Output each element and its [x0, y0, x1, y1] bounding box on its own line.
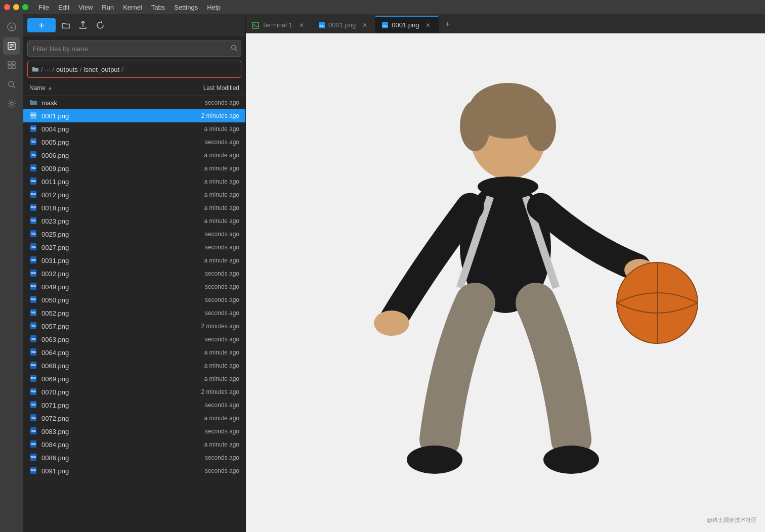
- activity-icon-search[interactable]: [3, 76, 20, 93]
- breadcrumb[interactable]: / ··· / outputs / lsnet_output /: [27, 61, 241, 78]
- search-icon: [231, 45, 237, 53]
- file-name: 0064.png: [41, 349, 174, 357]
- close-button[interactable]: [4, 4, 10, 10]
- menu-settings[interactable]: Settings: [170, 3, 202, 12]
- list-item[interactable]: PNG 0025.png seconds ago: [23, 228, 245, 241]
- list-item[interactable]: PNG 0063.png seconds ago: [23, 333, 245, 346]
- activity-icon-settings[interactable]: [3, 95, 20, 112]
- svg-rect-7: [12, 62, 15, 65]
- tab-2[interactable]: IMG 0001.png ✕: [375, 16, 439, 33]
- file-name: 0023.png: [41, 217, 174, 225]
- menu-tabs[interactable]: Tabs: [147, 3, 169, 12]
- file-time: a minute ago: [174, 257, 239, 264]
- minimize-button[interactable]: [13, 4, 19, 10]
- file-icon: PNG: [29, 427, 38, 436]
- list-item[interactable]: PNG 0070.png 2 minutes ago: [23, 385, 245, 398]
- list-item[interactable]: PNG 0072.png a minute ago: [23, 412, 245, 425]
- list-item[interactable]: PNG 0004.png a minute ago: [23, 122, 245, 136]
- list-item[interactable]: PNG 0064.png a minute ago: [23, 346, 245, 359]
- activity-icon-extensions[interactable]: [3, 57, 20, 74]
- list-item[interactable]: PNG 0071.png seconds ago: [23, 398, 245, 412]
- list-item[interactable]: PNG 0032.png seconds ago: [23, 267, 245, 280]
- tab-close-button[interactable]: ✕: [298, 21, 306, 29]
- add-tab-button[interactable]: +: [439, 16, 456, 33]
- tab-label: 0001.png: [328, 21, 356, 29]
- file-name: 0005.png: [41, 139, 174, 146]
- list-item[interactable]: PNG 0031.png a minute ago: [23, 254, 245, 267]
- tab-close-button[interactable]: ✕: [361, 21, 369, 29]
- menu-kernel[interactable]: Kernel: [119, 3, 146, 12]
- file-time: a minute ago: [174, 349, 239, 356]
- list-item[interactable]: PNG 0027.png seconds ago: [23, 241, 245, 254]
- file-time: seconds ago: [174, 402, 239, 409]
- sort-arrow-icon: ▲: [48, 85, 53, 91]
- breadcrumb-outputs[interactable]: outputs: [56, 66, 78, 73]
- list-item[interactable]: PNG 0052.png seconds ago: [23, 306, 245, 320]
- svg-text:PNG: PNG: [31, 166, 36, 169]
- file-icon: PNG: [29, 466, 38, 475]
- list-item[interactable]: PNG 0001.png 2 minutes ago: [23, 109, 245, 122]
- refresh-button[interactable]: [93, 18, 107, 32]
- menu-help[interactable]: Help: [203, 3, 225, 12]
- file-toolbar: +: [23, 14, 245, 36]
- list-item[interactable]: PNG 0023.png a minute ago: [23, 214, 245, 228]
- list-item[interactable]: PNG 0006.png a minute ago: [23, 149, 245, 162]
- svg-text:PNG: PNG: [31, 469, 36, 472]
- list-item[interactable]: PNG 0057.png 2 minutes ago: [23, 320, 245, 333]
- list-item[interactable]: PNG 0050.png seconds ago: [23, 293, 245, 306]
- svg-text:PNG: PNG: [31, 416, 36, 419]
- list-item[interactable]: PNG 0011.png a minute ago: [23, 175, 245, 188]
- content-area: Terminal 1 ✕ IMG 0001.png ✕ IMG 0001.png…: [246, 14, 765, 532]
- tab-icon: IMG: [381, 22, 389, 29]
- file-time: a minute ago: [174, 165, 239, 172]
- activity-icon-home[interactable]: ⊕: [3, 18, 20, 35]
- list-item[interactable]: PNG 0091.png seconds ago: [23, 464, 245, 477]
- search-input[interactable]: [27, 40, 241, 57]
- menu-edit[interactable]: Edit: [54, 3, 73, 12]
- list-item[interactable]: PNG 0009.png a minute ago: [23, 162, 245, 175]
- file-time: a minute ago: [174, 217, 239, 225]
- file-icon: PNG: [29, 348, 38, 357]
- file-icon: PNG: [29, 295, 38, 304]
- file-time: a minute ago: [174, 375, 239, 382]
- list-item[interactable]: mask seconds ago: [23, 96, 245, 109]
- svg-text:PNG: PNG: [31, 127, 36, 130]
- file-time: seconds ago: [174, 283, 239, 290]
- col-name-header[interactable]: Name ▲: [29, 84, 174, 92]
- list-item[interactable]: PNG 0084.png a minute ago: [23, 438, 245, 451]
- file-name: 0011.png: [41, 178, 174, 186]
- list-item[interactable]: PNG 0086.png seconds ago: [23, 451, 245, 464]
- activity-icon-files[interactable]: [3, 37, 20, 55]
- new-button[interactable]: +: [27, 18, 56, 32]
- svg-point-87: [543, 446, 599, 474]
- file-icon: PNG: [29, 216, 38, 226]
- tab-0[interactable]: Terminal 1 ✕: [246, 16, 312, 33]
- svg-text:PNG: PNG: [31, 140, 36, 143]
- list-item[interactable]: PNG 0049.png seconds ago: [23, 280, 245, 293]
- menu-file[interactable]: File: [34, 3, 53, 12]
- list-item[interactable]: PNG 0069.png a minute ago: [23, 372, 245, 385]
- list-item[interactable]: PNG 0018.png a minute ago: [23, 201, 245, 214]
- menubar: File Edit View Run Kernel Tabs Settings …: [0, 0, 765, 14]
- upload-button[interactable]: [76, 18, 90, 32]
- list-item[interactable]: PNG 0083.png seconds ago: [23, 425, 245, 438]
- tab-1[interactable]: IMG 0001.png ✕: [312, 16, 375, 33]
- file-icon: PNG: [29, 414, 38, 423]
- menu-run[interactable]: Run: [98, 3, 118, 12]
- open-folder-button[interactable]: [59, 18, 73, 32]
- file-name: 0086.png: [41, 454, 174, 462]
- menu-view[interactable]: View: [74, 3, 97, 12]
- breadcrumb-dots[interactable]: ···: [45, 66, 51, 73]
- breadcrumb-lsnet[interactable]: lsnet_output: [83, 66, 119, 73]
- file-time: seconds ago: [174, 99, 239, 106]
- file-name: 0025.png: [41, 231, 174, 238]
- maximize-button[interactable]: [22, 4, 28, 10]
- svg-text:PNG: PNG: [31, 272, 36, 275]
- list-item[interactable]: PNG 0068.png a minute ago: [23, 359, 245, 372]
- list-item[interactable]: PNG 0005.png seconds ago: [23, 136, 245, 149]
- tab-close-button[interactable]: ✕: [424, 21, 432, 29]
- list-item[interactable]: PNG 0012.png a minute ago: [23, 188, 245, 201]
- col-modified-header[interactable]: Last Modified: [174, 84, 239, 92]
- file-icon: PNG: [29, 203, 38, 212]
- preview-image-container: [246, 33, 765, 532]
